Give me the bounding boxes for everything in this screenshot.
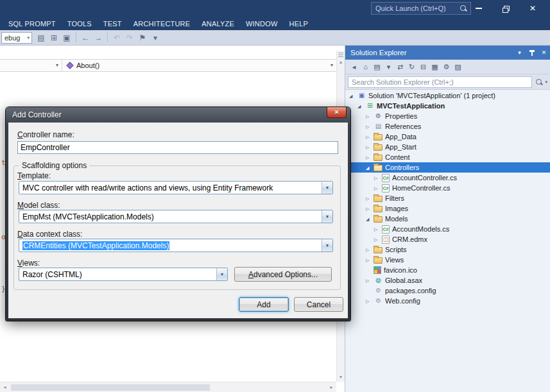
tree-expander-icon[interactable]: ▷ xyxy=(366,278,374,283)
tree-item-models[interactable]: ◢Models xyxy=(345,214,550,224)
close-button[interactable]: ✕ xyxy=(519,0,546,17)
close-panel-button[interactable]: ✕ xyxy=(538,46,550,60)
template-select[interactable]: MVC controller with read/write actions a… xyxy=(19,181,333,194)
files-filter-icon[interactable]: ▤ xyxy=(372,60,382,74)
tree-item-accountcontroller-cs[interactable]: ▷AccountController.cs xyxy=(345,173,550,183)
quick-launch-input[interactable] xyxy=(372,4,459,12)
scroll-right-icon[interactable]: ▸ xyxy=(327,384,336,390)
controller-name-input[interactable] xyxy=(17,141,338,154)
tree-expander-icon[interactable]: ▷ xyxy=(366,114,374,119)
tree-expander-icon[interactable]: ▷ xyxy=(366,135,374,139)
splitter-grip-icon[interactable] xyxy=(338,53,343,58)
redo-icon[interactable]: ↷ xyxy=(123,31,136,45)
preview-selected-icon[interactable]: ▨ xyxy=(452,60,463,74)
tree-item-app-data[interactable]: ▷App_Data xyxy=(345,132,550,142)
tree-item-mvctestapplication[interactable]: ◢⊞MVCTestApplication xyxy=(345,101,550,111)
tree-expander-icon[interactable]: ▷ xyxy=(366,207,374,211)
tree-item-homecontroller-cs[interactable]: ▷HomeController.cs xyxy=(345,183,550,193)
dialog-close-button[interactable]: ✕ xyxy=(327,107,347,118)
scroll-up-icon[interactable]: ▴ xyxy=(337,60,345,65)
tree-expander-icon[interactable]: ▷ xyxy=(374,186,382,191)
tree-expander-icon[interactable]: ▷ xyxy=(366,145,374,149)
solution-explorer-titlebar[interactable]: Solution Explorer ▾ ✕ xyxy=(345,46,550,60)
tree-item-scripts[interactable]: ▷Scripts xyxy=(345,244,550,255)
tree-item-crm-edmx[interactable]: ▷CRM.edmx xyxy=(345,234,550,244)
menu-item-sql-prompt[interactable]: SQL PROMPT xyxy=(3,17,62,30)
tree-item-controllers[interactable]: ◢Controllers xyxy=(345,162,550,173)
model-class-select[interactable]: EmpMst (MVCTestApplication.Models) xyxy=(19,210,333,223)
tree-expander-icon[interactable]: ▷ xyxy=(374,176,382,180)
tree-item-global-asax[interactable]: ▷◍Global.asax xyxy=(345,275,550,285)
dropdown-arrow-icon[interactable] xyxy=(322,210,332,223)
undo-icon[interactable]: ↶ xyxy=(110,31,123,45)
solution-search-input[interactable] xyxy=(348,76,532,88)
auto-hide-button[interactable] xyxy=(526,46,538,60)
tree-expander-icon[interactable]: ◢ xyxy=(349,94,357,98)
tree-item-content[interactable]: ▷Content xyxy=(345,152,550,162)
debug-configuration-dropdown[interactable]: ebug ▾ xyxy=(1,32,32,44)
quick-launch[interactable] xyxy=(371,2,471,15)
window-position-button[interactable]: ▾ xyxy=(513,46,526,60)
back-icon[interactable]: ◂ xyxy=(348,60,359,74)
tree-expander-icon[interactable]: ◢ xyxy=(366,217,374,221)
add-button[interactable]: Add xyxy=(239,297,289,312)
collapse-all-icon[interactable]: ⊟ xyxy=(418,60,429,74)
cancel-button[interactable]: Cancel xyxy=(294,297,343,312)
menu-item-architecture[interactable]: ARCHITECTURE xyxy=(128,17,196,30)
tree-item-filters[interactable]: ▷Filters xyxy=(345,193,550,203)
types-dropdown[interactable]: ▾ xyxy=(0,60,62,71)
advanced-options-button[interactable]: Advanced Options... xyxy=(234,267,332,282)
tree-expander-icon[interactable]: ◢ xyxy=(357,104,365,108)
properties-icon[interactable]: ⚙ xyxy=(441,60,452,74)
tree-expander-icon[interactable]: ▷ xyxy=(366,196,374,201)
tree-expander-icon[interactable]: ▷ xyxy=(374,237,382,242)
menu-item-help[interactable]: HELP xyxy=(284,17,314,30)
navigate-forward-icon[interactable]: → xyxy=(92,31,105,45)
tree-item-app-start[interactable]: ▷App_Start xyxy=(345,142,550,152)
open-file-icon[interactable]: ⊞ xyxy=(47,31,60,45)
menu-item-window[interactable]: WINDOW xyxy=(240,17,283,30)
tree-expander-icon[interactable]: ▷ xyxy=(366,124,374,129)
tree-item-references[interactable]: ▷▤References xyxy=(345,121,550,132)
tree-item-images[interactable]: ▷Images xyxy=(345,203,550,214)
scrollbar-thumb[interactable] xyxy=(11,384,210,391)
minimize-button[interactable] xyxy=(465,0,492,17)
tree-item-views[interactable]: ▷Views xyxy=(345,255,550,265)
dropdown-arrow-icon[interactable] xyxy=(322,239,332,251)
tree-item-packages-config[interactable]: ⚙packages.config xyxy=(345,285,550,296)
views-select[interactable]: Razor (CSHTML) xyxy=(19,268,228,281)
tree-item-solution-mvctestapplication-1-project[interactable]: ◢▣Solution 'MVCTestApplication' (1 proje… xyxy=(345,90,550,101)
scroll-left-icon[interactable]: ◂ xyxy=(0,384,10,390)
sync-with-active-document-icon[interactable]: ⇄ xyxy=(395,60,406,74)
menu-item-tools[interactable]: TOOLS xyxy=(62,17,98,30)
show-all-files-icon[interactable]: ▦ xyxy=(429,60,440,74)
tree-expander-icon[interactable]: ▷ xyxy=(374,227,382,232)
menu-item-analyze[interactable]: ANALYZE xyxy=(196,17,240,30)
home-icon[interactable]: ⌂ xyxy=(360,60,371,74)
bookmark-icon[interactable]: ⚑ xyxy=(136,31,149,45)
scroll-down-icon[interactable]: ▾ xyxy=(337,375,345,380)
toolbar-overflow-icon[interactable]: ▾ xyxy=(149,31,162,45)
members-dropdown[interactable]: About() ▾ xyxy=(62,60,336,71)
tree-item-web-config[interactable]: ▷⚙Web.config xyxy=(345,296,550,306)
tree-expander-icon[interactable]: ▷ xyxy=(366,248,374,252)
restore-button[interactable] xyxy=(492,0,519,17)
navigate-backward-icon[interactable]: ← xyxy=(79,31,92,45)
data-context-select[interactable]: CRMEntities (MVCTestApplication.Models) xyxy=(19,239,333,252)
chevron-down-icon[interactable]: ▾ xyxy=(545,80,547,85)
dropdown-arrow-icon[interactable] xyxy=(216,268,227,280)
dropdown-arrow-icon[interactable] xyxy=(322,182,332,194)
tree-expander-icon[interactable]: ▷ xyxy=(366,258,374,262)
tree-expander-icon[interactable]: ▷ xyxy=(366,299,374,303)
new-file-icon[interactable]: ▤ xyxy=(35,31,47,45)
tree-expander-icon[interactable]: ▷ xyxy=(366,155,374,160)
refresh-icon[interactable]: ↻ xyxy=(406,60,417,74)
tree-item-properties[interactable]: ▷⚙Properties xyxy=(345,111,550,121)
menu-item-test[interactable]: TEST xyxy=(98,17,128,30)
horizontal-scrollbar[interactable]: ◂ ▸ xyxy=(0,382,336,392)
tree-expander-icon[interactable]: ◢ xyxy=(366,166,374,170)
tree-item-accountmodels-cs[interactable]: ▷AccountModels.cs xyxy=(345,224,550,234)
dialog-titlebar[interactable]: Add Controller ✕ xyxy=(8,107,348,123)
tree-item-favicon-ico[interactable]: favicon.ico xyxy=(345,265,550,275)
save-icon[interactable]: ▣ xyxy=(60,31,73,45)
